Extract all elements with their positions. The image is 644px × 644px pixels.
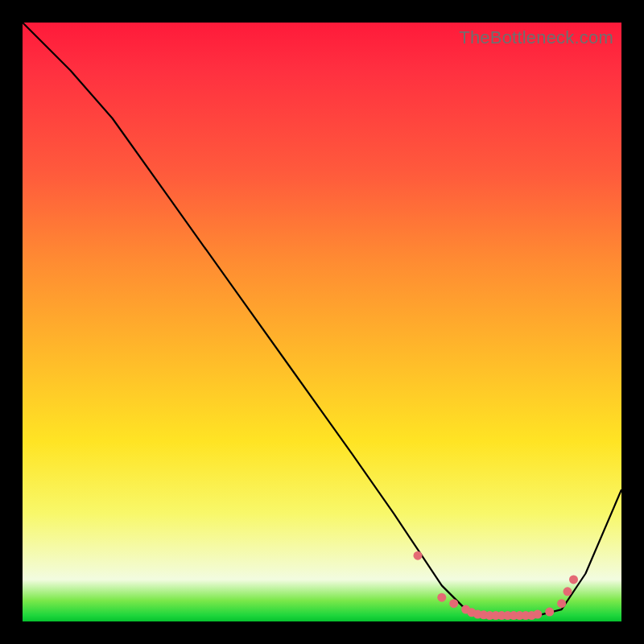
marker-dot (545, 608, 554, 617)
plot-area: TheBottleneck.com (23, 23, 621, 621)
curve-line (23, 23, 621, 616)
marker-dot (569, 575, 578, 584)
marker-dot (437, 593, 446, 602)
chart-svg (23, 23, 621, 621)
chart-frame: TheBottleneck.com (0, 0, 644, 644)
marker-dot (564, 587, 572, 596)
marker-dots (414, 551, 579, 620)
marker-dot (533, 610, 542, 619)
marker-dot (449, 599, 458, 608)
marker-dot (557, 599, 566, 608)
marker-dot (414, 551, 423, 560)
